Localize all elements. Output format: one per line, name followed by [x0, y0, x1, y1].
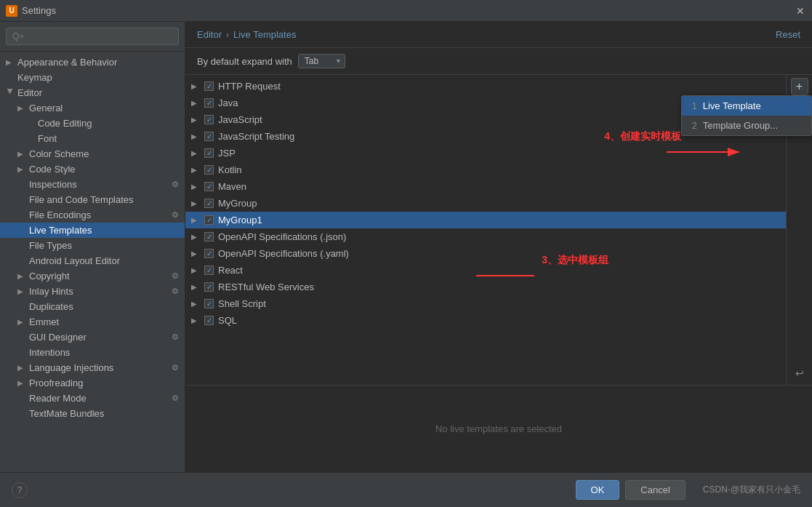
sidebar-item-textmate-bundles[interactable]: ▶ TextMate Bundles	[0, 406, 185, 421]
template-group-mygroup1[interactable]: ▶ MyGroup1	[185, 212, 786, 228]
dropdown-menu-item-template-group[interactable]: 2 Template Group...	[682, 116, 811, 135]
templates-area: ▶ HTTP Request ▶ Java ▶	[185, 75, 812, 472]
expand-with-dropdown[interactable]: Tab Enter Space	[298, 54, 345, 68]
sidebar-item-file-code-templates[interactable]: ▶ File and Code Templates	[0, 192, 185, 207]
chevron-icon: ▶	[17, 318, 26, 326]
item-label: Live Template	[703, 100, 761, 111]
sidebar-item-file-encodings[interactable]: ▶ File Encodings ⚙	[0, 207, 185, 223]
template-checkbox[interactable]	[204, 98, 214, 108]
template-group-maven[interactable]: ▶ Maven	[185, 178, 786, 195]
sidebar-item-duplicates[interactable]: ▶ Duplicates	[0, 299, 185, 314]
breadcrumb: Editor › Live Templates Reset	[185, 22, 812, 48]
template-checkbox[interactable]	[204, 165, 214, 175]
sidebar-item-language-injections[interactable]: ▶ Language Injections ⚙	[0, 360, 185, 375]
sidebar-item-label: Code Style	[29, 164, 76, 175]
close-button[interactable]: ✕	[795, 5, 806, 17]
add-button[interactable]: +	[791, 78, 808, 95]
template-group-http-request[interactable]: ▶ HTTP Request	[185, 78, 786, 95]
chevron-icon: ▶	[17, 379, 26, 387]
cancel-button[interactable]: Cancel	[625, 480, 685, 500]
template-checkbox[interactable]	[204, 232, 214, 241]
item-number: 2	[692, 121, 697, 131]
sidebar-item-color-scheme[interactable]: ▶ Color Scheme	[0, 146, 185, 161]
sidebar-item-label: Copyright	[29, 271, 70, 282]
sidebar-item-live-templates[interactable]: ▶ Live Templates	[0, 223, 185, 238]
template-checkbox[interactable]	[204, 115, 214, 124]
sidebar-item-proofreading[interactable]: ▶ Proofreading	[0, 375, 185, 391]
template-group-openapi-json[interactable]: ▶ OpenAPI Specifications (.json)	[185, 228, 786, 245]
options-bar: By default expand with Tab Enter Space	[185, 48, 812, 75]
template-group-label: React	[218, 265, 243, 276]
sidebar-item-appearance[interactable]: ▶ Appearance & Behavior	[0, 55, 185, 70]
chevron-icon: ▶	[17, 287, 26, 295]
template-checkbox[interactable]	[204, 316, 214, 325]
template-group-sql[interactable]: ▶ SQL	[185, 312, 786, 329]
sidebar-item-copyright[interactable]: ▶ Copyright ⚙	[0, 268, 185, 284]
sidebar-item-inspections[interactable]: ▶ Inspections ⚙	[0, 177, 185, 192]
sidebar-item-reader-mode[interactable]: ▶ Reader Mode ⚙	[0, 391, 185, 406]
chevron-icon: ▶	[191, 316, 200, 324]
dialog: ▶ Appearance & Behavior ▶ Keymap ▶ Edito…	[0, 22, 812, 507]
template-checkbox[interactable]	[204, 132, 214, 141]
sidebar-item-android-layout-editor[interactable]: ▶ Android Layout Editor	[0, 253, 185, 268]
sidebar-item-file-types[interactable]: ▶ File Types	[0, 238, 185, 253]
chevron-icon: ▶	[17, 165, 26, 173]
breadcrumb-separator: ›	[226, 30, 229, 40]
sidebar-item-label: General	[29, 103, 63, 113]
template-checkbox[interactable]	[204, 182, 214, 191]
template-checkbox[interactable]	[204, 249, 214, 258]
sidebar-item-general[interactable]: ▶ General	[0, 100, 185, 116]
item-label: Template Group...	[703, 120, 778, 131]
template-group-kotlin[interactable]: ▶ Kotlin	[185, 161, 786, 178]
dropdown-wrapper: Tab Enter Space	[298, 54, 345, 68]
sidebar-item-emmet[interactable]: ▶ Emmet	[0, 314, 185, 330]
sidebar-item-label: Color Scheme	[29, 148, 89, 159]
template-checkbox[interactable]	[204, 299, 214, 308]
template-group-label: HTTP Request	[218, 81, 281, 92]
template-group-label: Java	[218, 97, 238, 108]
template-group-mygroup[interactable]: ▶ MyGroup	[185, 195, 786, 212]
template-group-label: Maven	[218, 181, 246, 192]
dialog-footer: ? OK Cancel CSDN-@我家有只小金毛	[0, 472, 812, 507]
watermark: CSDN-@我家有只小金毛	[703, 484, 800, 496]
template-checkbox[interactable]	[204, 266, 214, 275]
breadcrumb-current: Live Templates	[233, 29, 296, 40]
template-checkbox[interactable]	[204, 199, 214, 208]
gear-icon: ⚙	[172, 210, 179, 220]
sidebar-item-label: Inlay Hints	[29, 286, 73, 297]
sidebar-item-inlay-hints[interactable]: ▶ Inlay Hints ⚙	[0, 284, 185, 299]
template-group-jsp[interactable]: ▶ JSP	[185, 145, 786, 161]
template-checkbox[interactable]	[204, 81, 214, 91]
sidebar-item-label: Keymap	[17, 72, 52, 83]
sidebar-item-code-style[interactable]: ▶ Code Style	[0, 161, 185, 177]
sidebar-tree: ▶ Appearance & Behavior ▶ Keymap ▶ Edito…	[0, 52, 185, 472]
sidebar-item-editor[interactable]: ▶ Editor	[0, 85, 185, 100]
reset-button[interactable]: Reset	[776, 29, 800, 40]
template-checkbox[interactable]	[204, 148, 214, 158]
sidebar-item-font[interactable]: ▶ Font	[0, 131, 185, 146]
sidebar-item-label: Appearance & Behavior	[17, 57, 117, 68]
sidebar-item-keymap[interactable]: ▶ Keymap	[0, 70, 185, 85]
sidebar-item-intentions[interactable]: ▶ Intentions	[0, 345, 185, 360]
templates-list-area: ▶ HTTP Request ▶ Java ▶	[185, 75, 812, 385]
chevron-icon: ▶	[191, 149, 200, 157]
gear-icon: ⚙	[172, 180, 179, 189]
dropdown-menu-item-live-template[interactable]: 1 Live Template	[682, 96, 811, 116]
template-checkbox[interactable]	[204, 282, 214, 292]
template-group-restful[interactable]: ▶ RESTful Web Services	[185, 279, 786, 295]
help-button[interactable]: ?	[12, 482, 28, 498]
template-checkbox[interactable]	[204, 215, 214, 225]
sidebar-item-label: Code Editing	[38, 118, 92, 129]
template-group-label: MyGroup1	[218, 215, 262, 225]
template-group-react[interactable]: ▶ React	[185, 262, 786, 279]
template-group-shell[interactable]: ▶ Shell Script	[185, 295, 786, 312]
gear-icon: ⚙	[172, 394, 179, 403]
search-input[interactable]	[6, 28, 179, 45]
sidebar-item-gui-designer[interactable]: ▶ GUI Designer ⚙	[0, 330, 185, 345]
template-group-openapi-yaml[interactable]: ▶ OpenAPI Specifications (.yaml)	[185, 245, 786, 262]
gear-icon: ⚙	[172, 287, 179, 296]
ok-button[interactable]: OK	[576, 480, 620, 500]
sidebar-item-label: Live Templates	[29, 225, 92, 236]
sidebar-item-code-editing[interactable]: ▶ Code Editing	[0, 116, 185, 131]
undo-button[interactable]: ↩	[791, 364, 808, 382]
